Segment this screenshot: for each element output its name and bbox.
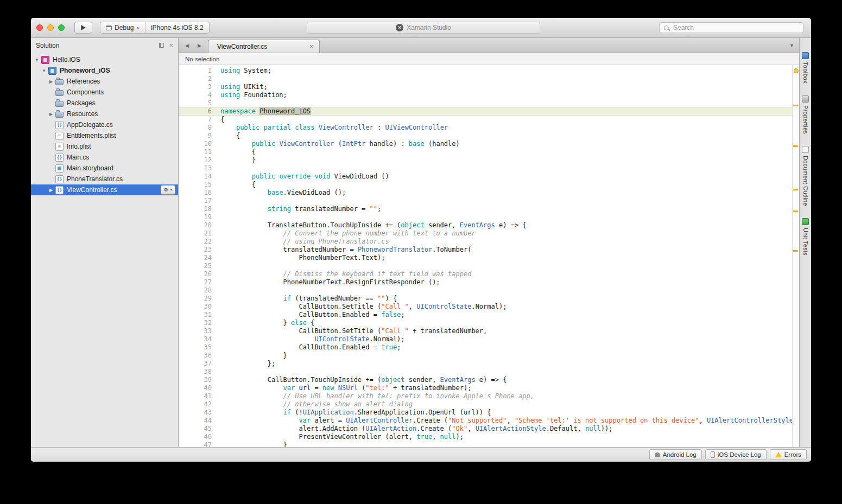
line-number[interactable]: 7 — [179, 116, 220, 124]
code-line[interactable]: 33 CallButton.SetTitle ("Call " + transl… — [179, 327, 792, 335]
ios-device-log-button[interactable]: iOS Device Log — [705, 449, 767, 460]
line-number[interactable]: 23 — [179, 246, 220, 254]
code-line[interactable]: 32 } else { — [179, 319, 792, 327]
search-field[interactable] — [659, 22, 803, 33]
code-line[interactable]: 11 { — [179, 148, 792, 156]
line-number[interactable]: 19 — [179, 213, 220, 221]
code-line[interactable]: 46 PresentViewController (alert, true, n… — [179, 433, 792, 441]
line-number[interactable]: 46 — [179, 433, 220, 441]
code-line[interactable]: 19 — [179, 213, 792, 221]
line-number[interactable]: 15 — [179, 181, 220, 189]
side-tab-properties[interactable]: Properties — [802, 95, 809, 134]
line-number[interactable]: 11 — [179, 148, 220, 156]
code-line[interactable]: 34 UIControlState.Normal); — [179, 335, 792, 343]
collapse-icon[interactable]: ▼ — [34, 58, 40, 62]
device-selector[interactable]: iPhone 4s iOS 8.2 — [145, 22, 209, 33]
code-line[interactable]: 25 — [179, 262, 792, 270]
code-line[interactable]: 1using System; — [179, 67, 792, 75]
dock-panel-icon[interactable] — [159, 43, 164, 48]
minimize-window-button[interactable] — [47, 24, 54, 31]
line-number[interactable]: 39 — [179, 376, 220, 384]
code-line[interactable]: 3using UIKit; — [179, 83, 792, 91]
close-window-button[interactable] — [36, 24, 43, 31]
line-number[interactable]: 25 — [179, 262, 220, 270]
tree-item-phonetranslator-cs[interactable]: PhoneTranslator.cs — [31, 174, 178, 184]
tree-item-packages[interactable]: Packages — [31, 98, 178, 109]
code-line[interactable]: 7{ — [179, 116, 792, 124]
line-number[interactable]: 38 — [179, 368, 220, 376]
line-number[interactable]: 37 — [179, 360, 220, 368]
code-line[interactable]: 29 if (translatedNumber == "") { — [179, 295, 792, 303]
line-number[interactable]: 36 — [179, 352, 220, 360]
line-number[interactable]: 32 — [179, 319, 220, 327]
tree-item-phoneword-ios[interactable]: ▼Phoneword_iOS — [31, 65, 178, 76]
line-number[interactable]: 44 — [179, 417, 220, 425]
code-line[interactable]: 14 public override void ViewDidLoad () — [179, 173, 792, 181]
tree-item-hello-ios[interactable]: ▼Hello.iOS — [31, 54, 178, 65]
line-number[interactable]: 5 — [179, 99, 220, 107]
code-line[interactable]: 21 // Convert the phone number with text… — [179, 229, 792, 238]
navigate-back-button[interactable]: ◀ — [185, 43, 189, 48]
code-line[interactable]: 15 { — [179, 181, 792, 189]
line-number[interactable]: 4 — [179, 91, 220, 99]
code-line[interactable]: 27 PhoneNumberText.ResignFirstResponder … — [179, 278, 792, 286]
line-number[interactable]: 3 — [179, 83, 220, 91]
line-number[interactable]: 12 — [179, 156, 220, 164]
line-number[interactable]: 41 — [179, 392, 220, 400]
code-line[interactable]: 2 — [179, 75, 792, 83]
line-number[interactable]: 20 — [179, 221, 220, 229]
tab-close-icon[interactable]: × — [309, 43, 314, 50]
navigate-forward-button[interactable]: ▶ — [198, 43, 201, 48]
side-tab-toolbox[interactable]: Toolbox — [802, 52, 809, 84]
tree-item-entitlements-plist[interactable]: Entitlements.plist — [31, 130, 178, 141]
tree-item-main-storyboard[interactable]: Main.storyboard — [31, 163, 178, 174]
line-number[interactable]: 43 — [179, 409, 220, 417]
code-line[interactable]: 18 string translatedNumber = ""; — [179, 205, 792, 213]
line-number[interactable]: 18 — [179, 205, 220, 213]
annotation-column[interactable] — [792, 65, 799, 447]
code-line[interactable]: 30 CallButton.SetTitle ("Call ", UIContr… — [179, 303, 792, 311]
line-number[interactable]: 14 — [179, 173, 220, 181]
close-panel-icon[interactable]: × — [169, 42, 173, 49]
code-line[interactable]: 42 // otherwise show an alert dialog — [179, 400, 792, 409]
side-tab-unit-tests[interactable]: Unit Tests — [802, 218, 809, 256]
line-number[interactable]: 9 — [179, 132, 220, 140]
line-number[interactable]: 28 — [179, 286, 220, 295]
line-number[interactable]: 34 — [179, 335, 220, 343]
search-input[interactable] — [672, 23, 799, 32]
tree-item-components[interactable]: Components — [31, 87, 178, 98]
code-line[interactable]: 4using Foundation; — [179, 91, 792, 99]
expand-icon[interactable]: ▶ — [48, 112, 54, 117]
titlebar[interactable]: Debug ▸ iPhone 4s iOS 8.2 X Xamarin Stud… — [31, 18, 811, 38]
line-number[interactable]: 26 — [179, 270, 220, 278]
line-number[interactable]: 45 — [179, 425, 220, 433]
line-number[interactable]: 40 — [179, 384, 220, 392]
code-line[interactable]: 23 translatedNumber = PhonewordTranslato… — [179, 246, 792, 254]
collapse-icon[interactable]: ▼ — [41, 68, 47, 73]
code-line[interactable]: 22 // using PhoneTranslator.cs — [179, 238, 792, 246]
code-line[interactable]: 6namespace Phoneword_iOS — [179, 107, 792, 116]
tree-item-info-plist[interactable]: Info.plist — [31, 141, 178, 152]
tree-item-resources[interactable]: ▶Resources — [31, 109, 178, 119]
code-line[interactable]: 37 }; — [179, 360, 792, 368]
code-line[interactable]: 8 public partial class ViewController : … — [179, 124, 792, 132]
line-number[interactable]: 29 — [179, 295, 220, 303]
code-line[interactable]: 40 var url = new NSUrl ("tel:" + transla… — [179, 384, 792, 392]
code-line[interactable]: 26 // Dismiss the keyboard if text field… — [179, 270, 792, 278]
editor-tab-viewcontroller[interactable]: ViewController.cs × — [208, 40, 320, 53]
tab-list-dropdown-icon[interactable]: ▼ — [789, 43, 794, 48]
code-line[interactable]: 31 CallButton.Enabled = false; — [179, 311, 792, 319]
line-number[interactable]: 2 — [179, 75, 220, 83]
code-line[interactable]: 28 — [179, 286, 792, 295]
code-line[interactable]: 45 alert.AddAction (UIAlertAction.Create… — [179, 425, 792, 433]
line-number[interactable]: 33 — [179, 327, 220, 335]
side-tab-document-outline[interactable]: Document Outline — [802, 146, 809, 206]
code-line[interactable]: 10 public ViewController (IntPtr handle)… — [179, 140, 792, 148]
code-line[interactable]: 9 { — [179, 132, 792, 140]
code-line[interactable]: 36 } — [179, 352, 792, 360]
code-line[interactable]: 43 if (!UIApplication.SharedApplication.… — [179, 409, 792, 417]
code-editor[interactable]: 1using System;23using UIKit;4using Found… — [179, 65, 792, 447]
line-number[interactable]: 47 — [179, 441, 220, 447]
code-line[interactable]: 35 CallButton.Enabled = true; — [179, 343, 792, 352]
code-line[interactable]: 24 PhoneNumberText.Text); — [179, 254, 792, 262]
